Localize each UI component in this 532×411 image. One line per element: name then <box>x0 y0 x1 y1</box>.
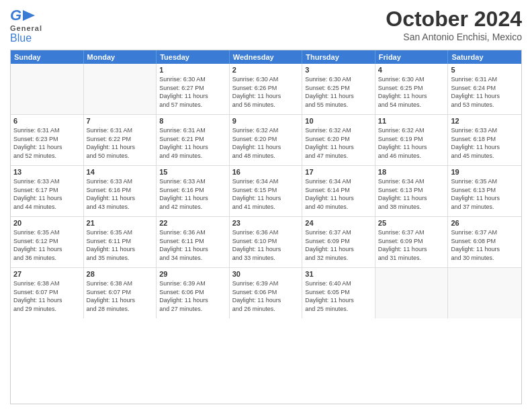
calendar-cell: 21Sunrise: 6:35 AMSunset: 6:11 PMDayligh… <box>84 217 157 267</box>
logo-blue-line: Blue <box>10 32 32 44</box>
day-info-line: Sunrise: 6:39 AM <box>159 279 226 288</box>
day-info-line: Sunrise: 6:35 AM <box>13 228 81 237</box>
calendar-cell: 26Sunrise: 6:37 AMSunset: 6:08 PMDayligh… <box>448 217 521 267</box>
logo-g-letter: G <box>10 7 21 24</box>
day-number: 28 <box>87 270 154 278</box>
day-number: 3 <box>305 66 372 74</box>
day-info-line: Daylight: 11 hours <box>159 92 226 101</box>
day-info-line: Sunrise: 6:30 AM <box>159 75 226 84</box>
day-info-line: Daylight: 11 hours <box>159 143 226 152</box>
day-info-line: Sunrise: 6:37 AM <box>305 228 372 237</box>
day-number: 8 <box>159 117 226 125</box>
day-info-line: Daylight: 11 hours <box>232 143 300 152</box>
day-info-line: Sunrise: 6:34 AM <box>378 177 445 186</box>
logo-bottom: General <box>10 24 42 32</box>
day-info-line: Sunset: 6:23 PM <box>13 135 81 144</box>
day-number: 23 <box>232 219 300 227</box>
calendar-cell <box>448 268 521 318</box>
day-number: 1 <box>159 66 226 74</box>
day-info-line: Sunset: 6:20 PM <box>232 135 300 144</box>
day-info-line: Sunrise: 6:36 AM <box>232 228 300 237</box>
day-info-line: and 42 minutes. <box>159 203 226 212</box>
day-info-line: Sunrise: 6:32 AM <box>305 126 372 135</box>
day-info-line: and 45 minutes. <box>451 152 519 161</box>
calendar-cell: 13Sunrise: 6:33 AMSunset: 6:17 PMDayligh… <box>11 166 84 216</box>
day-info-line: Daylight: 11 hours <box>232 194 300 203</box>
day-number: 14 <box>87 168 154 176</box>
weekday-header: Monday <box>84 50 157 64</box>
calendar-cell: 18Sunrise: 6:34 AMSunset: 6:13 PMDayligh… <box>375 166 449 216</box>
calendar-cell: 19Sunrise: 6:35 AMSunset: 6:13 PMDayligh… <box>448 166 521 216</box>
calendar-cell: 4Sunrise: 6:30 AMSunset: 6:25 PMDaylight… <box>375 64 449 114</box>
day-info-line: Sunset: 6:27 PM <box>159 84 226 93</box>
logo-general-text: General <box>10 24 42 32</box>
day-info-line: and 36 minutes. <box>13 254 81 263</box>
title-section: October 2024 San Antonio Enchisi, Mexico <box>386 7 522 42</box>
day-info-line: Daylight: 11 hours <box>159 296 226 305</box>
page: G General Blue October 2024 San Antonio … <box>0 0 532 411</box>
calendar-week-row: 20Sunrise: 6:35 AMSunset: 6:12 PMDayligh… <box>11 217 521 268</box>
day-info-line: and 34 minutes. <box>159 254 226 263</box>
day-info-line: Daylight: 11 hours <box>232 296 300 305</box>
calendar-cell: 2Sunrise: 6:30 AMSunset: 6:26 PMDaylight… <box>230 64 303 114</box>
day-info-line: Sunrise: 6:38 AM <box>87 279 154 288</box>
day-info-line: Sunrise: 6:34 AM <box>232 177 300 186</box>
day-info-line: Sunset: 6:19 PM <box>378 135 445 144</box>
day-info-line: Sunset: 6:06 PM <box>159 288 226 297</box>
day-info-line: Daylight: 11 hours <box>232 245 300 254</box>
day-info-line: Sunrise: 6:35 AM <box>451 177 519 186</box>
day-number: 9 <box>232 117 300 125</box>
header: G General Blue October 2024 San Antonio … <box>10 7 522 44</box>
day-number: 29 <box>159 270 226 278</box>
day-info-line: Daylight: 11 hours <box>87 194 154 203</box>
day-info-line: and 49 minutes. <box>159 152 226 161</box>
day-info-line: Sunset: 6:06 PM <box>232 288 300 297</box>
calendar-cell: 31Sunrise: 6:40 AMSunset: 6:05 PMDayligh… <box>302 268 375 318</box>
day-info-line: Sunset: 6:14 PM <box>305 186 372 195</box>
day-info-line: Sunset: 6:24 PM <box>451 84 519 93</box>
day-info-line: and 26 minutes. <box>232 305 300 314</box>
calendar-cell: 15Sunrise: 6:33 AMSunset: 6:16 PMDayligh… <box>157 166 230 216</box>
day-info-line: Daylight: 11 hours <box>451 143 519 152</box>
day-info-line: and 48 minutes. <box>232 152 300 161</box>
day-number: 17 <box>305 168 372 176</box>
calendar-cell: 3Sunrise: 6:30 AMSunset: 6:25 PMDaylight… <box>302 64 375 114</box>
day-number: 16 <box>232 168 300 176</box>
calendar-cell: 7Sunrise: 6:31 AMSunset: 6:22 PMDaylight… <box>84 115 157 165</box>
day-info-line: Daylight: 11 hours <box>232 92 300 101</box>
weekday-header: Thursday <box>302 50 375 64</box>
day-info-line: Sunrise: 6:30 AM <box>378 75 445 84</box>
day-info-line: Daylight: 11 hours <box>13 296 81 305</box>
day-info-line: and 53 minutes. <box>451 101 519 109</box>
day-info-line: and 31 minutes. <box>378 254 445 263</box>
day-info-line: Daylight: 11 hours <box>87 296 154 305</box>
day-number: 15 <box>159 168 226 176</box>
calendar-body: 1Sunrise: 6:30 AMSunset: 6:27 PMDaylight… <box>11 64 521 318</box>
day-info-line: and 33 minutes. <box>232 254 300 263</box>
day-info-line: Sunrise: 6:35 AM <box>87 228 154 237</box>
day-info-line: Daylight: 11 hours <box>451 194 519 203</box>
logo-blue-text: Blue <box>10 32 32 44</box>
day-info-line: and 57 minutes. <box>159 101 226 109</box>
day-info-line: Daylight: 11 hours <box>378 143 445 152</box>
day-info-line: Sunset: 6:22 PM <box>87 135 154 144</box>
calendar: SundayMondayTuesdayWednesdayThursdayFrid… <box>10 50 522 404</box>
day-info-line: Sunset: 6:15 PM <box>232 186 300 195</box>
day-info-line: Sunset: 6:20 PM <box>305 135 372 144</box>
day-info-line: Daylight: 11 hours <box>451 92 519 101</box>
day-info-line: Sunrise: 6:32 AM <box>232 126 300 135</box>
calendar-cell: 22Sunrise: 6:36 AMSunset: 6:11 PMDayligh… <box>157 217 230 267</box>
weekday-header: Wednesday <box>230 50 303 64</box>
day-info-line: Sunrise: 6:37 AM <box>451 228 519 237</box>
day-info-line: Sunset: 6:09 PM <box>305 237 372 246</box>
calendar-cell: 9Sunrise: 6:32 AMSunset: 6:20 PMDaylight… <box>230 115 303 165</box>
day-info-line: and 38 minutes. <box>378 203 445 212</box>
day-info-line: Sunrise: 6:30 AM <box>232 75 300 84</box>
day-number: 22 <box>159 219 226 227</box>
day-info-line: Sunrise: 6:30 AM <box>305 75 372 84</box>
weekday-header: Tuesday <box>157 50 230 64</box>
day-number: 24 <box>305 219 372 227</box>
day-info-line: and 28 minutes. <box>87 305 154 314</box>
weekday-header: Saturday <box>448 50 521 64</box>
day-info-line: Daylight: 11 hours <box>305 194 372 203</box>
